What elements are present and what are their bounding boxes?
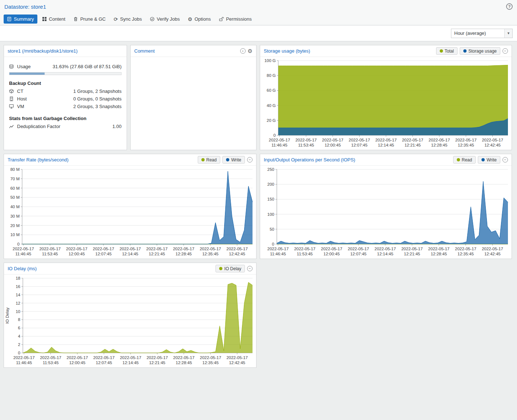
svg-text:40 G: 40 G <box>267 103 276 108</box>
help-icon[interactable]: ? <box>506 3 513 10</box>
svg-text:2022-05-1712:00:45: 2022-05-1712:00:45 <box>66 247 87 256</box>
legend-label: Total <box>445 49 454 54</box>
svg-text:2022-05-1711:46:45: 2022-05-1711:46:45 <box>13 355 35 365</box>
legend-label: Write <box>231 157 241 162</box>
svg-text:0: 0 <box>18 351 20 355</box>
tab-content[interactable]: Content <box>39 15 69 24</box>
ct-row: CT 1 Groups, 2 Snapshots <box>9 87 122 95</box>
legend-dot <box>440 49 443 53</box>
legend-item-read[interactable]: Read <box>198 156 221 164</box>
tab-sync-jobs[interactable]: ⟳ Sync Jobs <box>110 15 145 24</box>
io-delay-panel: IO Delay (ms) IO Delay − 181614121086420… <box>4 263 257 368</box>
svg-text:0: 0 <box>17 242 20 246</box>
comment-body[interactable] <box>131 57 256 150</box>
svg-text:2022-05-1711:46:45: 2022-05-1711:46:45 <box>13 247 34 256</box>
svg-text:50: 50 <box>270 227 274 231</box>
legend-item-total[interactable]: Total <box>436 47 457 55</box>
dedup-row: Deduplication Factor 1.00 <box>9 123 122 130</box>
svg-text:2022-05-1712:42:45: 2022-05-1712:42:45 <box>482 138 503 147</box>
svg-text:2022-05-1712:00:45: 2022-05-1712:00:45 <box>67 355 88 365</box>
svg-text:8: 8 <box>18 317 20 322</box>
panel-header: store1 (/mnt/backup/disk1/store1) <box>4 45 127 57</box>
collapse-icon[interactable]: − <box>502 157 508 162</box>
legend-dot <box>457 158 460 161</box>
legend-item-io-delay[interactable]: IO Delay <box>216 265 245 272</box>
gear-icon[interactable]: ⚙ <box>248 48 253 54</box>
svg-text:30 M: 30 M <box>10 214 20 218</box>
svg-text:2022-05-1712:35:45: 2022-05-1712:35:45 <box>455 138 477 147</box>
svg-text:2022-05-1712:35:45: 2022-05-1712:35:45 <box>455 247 476 256</box>
tab-options[interactable]: ⚙ Options <box>185 15 214 24</box>
panel-header: Storage usage (bytes) Total Storage usag… <box>260 45 512 57</box>
tab-label: Sync Jobs <box>120 17 142 21</box>
svg-text:2022-05-1712:21:45: 2022-05-1712:21:45 <box>147 355 168 365</box>
summary-icon <box>7 17 12 21</box>
storage-disk-icon <box>9 64 16 69</box>
tab-label: Permissions <box>226 17 252 21</box>
tab-prune-gc[interactable]: Prune & GC <box>70 15 109 24</box>
vm-label: VM <box>17 104 24 109</box>
svg-text:2022-05-1712:35:45: 2022-05-1712:35:45 <box>200 247 221 256</box>
expand-chevron-icon[interactable]: › <box>240 48 246 54</box>
svg-text:16: 16 <box>16 284 20 289</box>
svg-text:2022-05-1712:42:45: 2022-05-1712:42:45 <box>482 247 503 256</box>
svg-text:60 G: 60 G <box>267 88 276 92</box>
backup-count-heading: Backup Count <box>9 81 122 86</box>
svg-text:2022-05-1711:46:45: 2022-05-1711:46:45 <box>269 138 290 147</box>
vm-row: VM 2 Groups, 3 Snapshots <box>9 103 122 110</box>
host-label: Host <box>17 96 27 102</box>
svg-text:2022-05-1712:07:45: 2022-05-1712:07:45 <box>348 247 369 256</box>
legend-item-write[interactable]: Write <box>478 156 500 164</box>
collapse-icon[interactable]: − <box>247 266 253 271</box>
dedup-label: Deduplication Factor <box>17 124 60 129</box>
dedup-chart-icon <box>9 124 16 129</box>
legend-item-write[interactable]: Write <box>222 156 245 164</box>
comment-tools: › ⚙ <box>240 48 253 54</box>
chart-legend: Read Write − <box>453 156 508 164</box>
collapse-icon[interactable]: − <box>502 48 508 54</box>
svg-text:6: 6 <box>18 326 20 330</box>
vm-value: 2 Groups, 3 Snapshots <box>73 104 122 109</box>
svg-text:2022-05-1712:42:45: 2022-05-1712:42:45 <box>226 247 248 256</box>
ct-label: CT <box>17 88 23 94</box>
svg-text:2022-05-1711:53:45: 2022-05-1711:53:45 <box>40 355 61 365</box>
content-area: store1 (/mnt/backup/disk1/store1) Usage … <box>0 41 517 371</box>
legend-label: IO Delay <box>224 266 241 271</box>
legend-dot <box>463 49 467 53</box>
svg-text:2022-05-1712:28:45: 2022-05-1712:28:45 <box>428 247 450 256</box>
iops-chart: 2502001501005002022-05-1711:46:452022-05… <box>260 166 512 259</box>
svg-text:2022-05-1712:21:45: 2022-05-1712:21:45 <box>401 247 423 256</box>
usage-progress-fill <box>9 73 45 75</box>
usage-progress-bar <box>9 72 122 75</box>
panel-title: Comment <box>134 48 155 54</box>
legend-dot <box>219 267 222 270</box>
tab-verify-jobs[interactable]: Verify Jobs <box>147 15 183 24</box>
row-3: IO Delay (ms) IO Delay − 181614121086420… <box>4 263 513 368</box>
tab-summary[interactable]: Summary <box>4 15 37 24</box>
transfer-rate-panel: Transfer Rate (bytes/second) Read Write … <box>4 154 257 259</box>
chart-legend: Total Storage usage − <box>436 47 508 55</box>
svg-text:2022-05-1712:07:45: 2022-05-1712:07:45 <box>349 138 370 147</box>
content-grid-icon <box>42 17 47 21</box>
svg-text:70 M: 70 M <box>10 177 20 181</box>
legend-item-storage-usage[interactable]: Storage usage <box>460 47 500 55</box>
panel-title: Transfer Rate (bytes/second) <box>8 157 69 162</box>
svg-text:80 G: 80 G <box>267 73 276 78</box>
tab-label: Prune & GC <box>80 17 106 21</box>
row-1: store1 (/mnt/backup/disk1/store1) Usage … <box>4 45 513 150</box>
svg-text:250: 250 <box>267 167 274 172</box>
svg-text:2022-05-1712:42:45: 2022-05-1712:42:45 <box>226 355 248 365</box>
host-value: 0 Groups, 0 Snapshots <box>73 96 122 102</box>
svg-text:0: 0 <box>274 133 276 137</box>
timeframe-select[interactable]: Hour (average) ▾ <box>451 29 513 38</box>
usage-value: 31.63% (27.68 GiB of 87.51 GiB) <box>53 64 122 69</box>
legend-item-read[interactable]: Read <box>453 156 476 164</box>
tab-permissions[interactable]: Permissions <box>216 15 255 24</box>
svg-text:2022-05-1711:53:45: 2022-05-1711:53:45 <box>295 138 317 147</box>
svg-text:2022-05-1712:14:45: 2022-05-1712:14:45 <box>375 138 397 147</box>
svg-text:2022-05-1712:28:45: 2022-05-1712:28:45 <box>173 247 194 256</box>
collapse-icon[interactable]: − <box>247 157 253 162</box>
gear-icon: ⚙ <box>188 17 193 22</box>
chevron-down-icon: ▾ <box>504 29 512 38</box>
cube-icon <box>9 89 16 94</box>
